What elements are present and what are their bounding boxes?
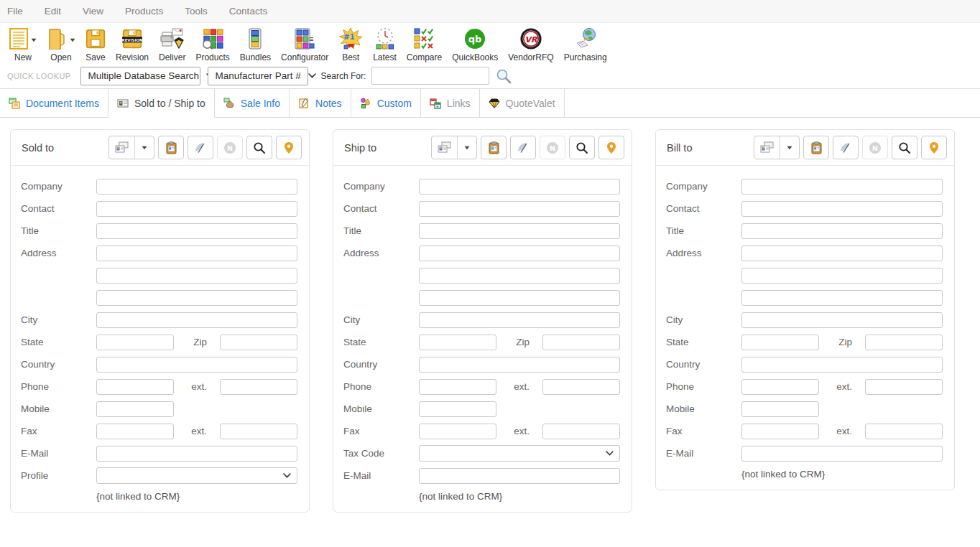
toolbar-purchasing-button[interactable]: Purchasing [559,25,612,62]
sold-to-mobile-input[interactable] [96,401,174,417]
sold-to-map-location-button[interactable] [276,136,302,159]
sold-to-address-line3-input[interactable] [96,290,297,306]
ship-to-phone-ext-input[interactable] [542,379,620,395]
sold-to-contact-input[interactable] [96,201,297,217]
bill-to-phone-input[interactable] [741,379,819,395]
menu-item-edit[interactable]: Edit [45,6,61,17]
sold-to-phone-ext-input[interactable] [220,379,297,395]
menu-item-tools[interactable]: Tools [185,6,208,17]
caret-down-icon[interactable] [31,34,37,45]
tab-sale-info[interactable]: Sale Info [215,89,290,118]
search-for-input[interactable] [371,67,489,85]
toolbar-deliver-button[interactable]: Deliver [154,25,190,62]
menu-item-products[interactable]: Products [125,6,163,17]
toolbar-revision-button[interactable]: REVISIONRevision [111,25,154,62]
bill-to-mobile-input[interactable] [741,401,819,417]
bill-to-paste-contact-button[interactable] [803,136,829,159]
sold-to-fax-ext-input[interactable] [220,424,297,439]
lookup-search-button[interactable] [496,68,512,84]
bill-to-contact-lookup-button-dropdown[interactable] [780,136,799,159]
menu-item-file[interactable]: File [7,6,23,17]
sold-to-address-input[interactable] [96,246,297,261]
bill-to-contact-lookup-button-main[interactable] [754,136,780,159]
bill-to-phone-ext-input[interactable] [865,379,943,395]
bill-to-address-input[interactable] [741,246,943,261]
toolbar-compare-button[interactable]: Compare [402,25,447,62]
sold-to-state-input[interactable] [96,335,174,350]
ship-to-country-input[interactable] [419,357,620,373]
sold-to-state-zip-input[interactable] [220,335,297,350]
bill-to-address-line3-input[interactable] [741,290,943,306]
toolbar-save-button[interactable]: Save [80,25,111,62]
sold-to-country-input[interactable] [96,357,297,373]
search-field-select[interactable]: Manufacturer Part # [208,67,308,85]
bill-to-country-input[interactable] [741,357,943,373]
ship-to-city-input[interactable] [419,312,620,328]
toolbar-latest-button[interactable]: Latest [368,25,402,62]
ship-to-form-row: Faxext. [343,420,620,442]
bill-to-map-location-button[interactable] [921,136,947,159]
tab-custom[interactable]: Custom [351,89,421,118]
ship-to-phone-input[interactable] [419,379,496,395]
sold-to-company-input[interactable] [96,179,297,195]
ship-to-tax-code-select[interactable] [419,445,620,462]
ship-to-contact-lookup-button-dropdown[interactable] [457,136,476,159]
ship-to-search-contact-button[interactable] [569,136,595,159]
ship-to-company-input[interactable] [419,179,620,195]
sold-to-paste-contact-button[interactable] [158,136,184,159]
sold-to-phone-input[interactable] [96,379,174,395]
menu-item-view[interactable]: View [83,6,103,17]
ship-to-contact-lookup-button-main[interactable] [432,136,457,159]
bill-to-state-input[interactable] [741,335,819,350]
ship-to-state-zip-input[interactable] [542,335,620,350]
ship-to-address-line3-input[interactable] [419,290,620,306]
bill-to-fax-input[interactable] [741,424,819,439]
toolbar-quickbooks-button[interactable]: qbQuickBooks [447,25,503,62]
ship-to-write-letter-button[interactable] [510,136,536,159]
toolbar-bundles-button[interactable]: Bundles [235,25,276,62]
ship-to-address-input[interactable] [419,246,620,261]
sold-to-title-input[interactable] [96,223,297,239]
sold-to-contact-lookup-button-dropdown[interactable] [134,136,154,159]
database-search-select[interactable]: Multiple Database Search [80,67,200,85]
bill-to-fax-ext-input[interactable] [865,424,943,439]
bill-to-search-contact-button[interactable] [892,136,917,159]
tab-notes[interactable]: Notes [290,89,351,118]
ship-to-fax-input[interactable] [419,424,496,439]
toolbar-new-button[interactable]: New [4,25,42,62]
toolbar-products-button[interactable]: Products [190,25,234,62]
bill-to-write-letter-button[interactable] [833,136,859,159]
sold-to-profile-select[interactable] [96,467,297,484]
ship-to-mobile-input[interactable] [419,401,496,417]
sold-to-contact-lookup-button-main[interactable] [109,136,134,159]
ship-to-fax-ext-input[interactable] [542,424,620,439]
ship-to-title-input[interactable] [419,223,620,239]
toolbar-open-button[interactable]: Open [42,25,80,62]
bill-to-e-mail-input[interactable] [741,446,943,462]
bill-to-address-line2-input[interactable] [741,268,943,284]
toolbar-vendorrfq-button[interactable]: VRVendorRFQ [503,25,558,62]
sold-to-write-letter-button[interactable] [188,136,213,159]
sold-to-fax-input[interactable] [96,424,174,439]
bill-to-state-zip-input[interactable] [865,335,943,350]
sold-to-city-input[interactable] [96,312,297,328]
bill-to-city-input[interactable] [741,312,943,328]
ship-to-map-location-button[interactable] [598,136,624,159]
toolbar-best-button[interactable]: #1Best [333,25,368,62]
bill-to-company-input[interactable] [741,179,943,195]
bill-to-contact-input[interactable] [741,201,943,217]
sold-to-address-line2-input[interactable] [96,268,297,284]
ship-to-contact-input[interactable] [419,201,620,217]
tab-document-items[interactable]: Document Items [0,89,108,118]
ship-to-address-line2-input[interactable] [419,268,620,284]
tab-sold-to-ship-to[interactable]: Sold to / Ship to [108,89,215,118]
caret-down-icon[interactable] [70,34,75,45]
ship-to-paste-contact-button[interactable] [481,136,507,159]
ship-to-e-mail-input[interactable] [419,468,620,484]
bill-to-title-input[interactable] [741,223,943,239]
sold-to-e-mail-input[interactable] [96,446,297,462]
ship-to-state-input[interactable] [419,335,496,350]
sold-to-search-contact-button[interactable] [246,136,272,159]
toolbar-configurator-button[interactable]: Configurator [276,25,333,62]
menu-item-contacts[interactable]: Contacts [229,6,267,17]
